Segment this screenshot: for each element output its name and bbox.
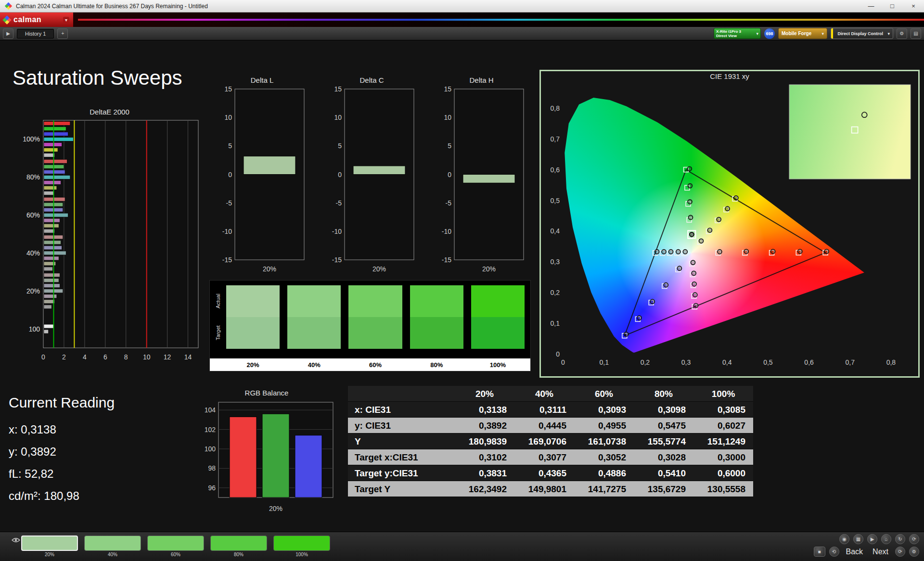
slide-thumbnail-label: 100% xyxy=(273,552,330,557)
panel-expand-button[interactable]: ▶ xyxy=(3,28,13,39)
swatch-column xyxy=(471,285,525,355)
cie-diagram: 000,10,10,20,20,30,30,40,40,50,50,60,60,… xyxy=(541,83,918,370)
source-button[interactable]: Mobile Forge ▾ xyxy=(778,28,827,39)
add-layout-button[interactable]: + xyxy=(57,28,68,39)
current-reading-fl: fL: 52,82 xyxy=(9,463,115,485)
grid-view-button[interactable]: ▦ xyxy=(853,534,863,544)
svg-text:-15: -15 xyxy=(442,256,451,264)
workspace: Saturation Sweeps DeltaE 2000 0246810121… xyxy=(0,40,924,532)
svg-text:98: 98 xyxy=(208,464,216,472)
minimize-button[interactable]: — xyxy=(860,0,882,12)
svg-text:40%: 40% xyxy=(26,249,40,257)
slide-thumbnails: 20% 40% 60% 80% 100% xyxy=(21,536,330,557)
slide-thumbnail-swatch xyxy=(210,536,267,551)
eye-icon xyxy=(12,536,20,545)
rgb-svg: 969810010210420% xyxy=(196,399,337,517)
display-control-stripe xyxy=(831,28,833,38)
gear-icon: ⚙ xyxy=(912,549,916,554)
window-controls: — □ × xyxy=(860,0,924,12)
meter-button-labels: X-Rite i1Pro 3 Direct View xyxy=(716,29,756,38)
slide-thumbnail-label: 20% xyxy=(21,552,78,557)
close-button[interactable]: × xyxy=(903,0,924,12)
forward-button[interactable]: ⟳ xyxy=(895,547,905,557)
workspace-button[interactable]: ▤ xyxy=(911,28,921,39)
svg-text:20%: 20% xyxy=(372,265,386,273)
svg-text:0: 0 xyxy=(338,171,342,178)
table-row-label: y: CIE31 xyxy=(348,418,455,433)
plus-icon: + xyxy=(61,31,64,36)
back-button[interactable]: Back xyxy=(843,548,866,556)
play-button[interactable]: ▶ xyxy=(867,534,877,544)
slide-thumbnail-20%[interactable]: 20% xyxy=(21,536,78,557)
tab-history[interactable]: History 1 xyxy=(17,29,54,38)
refresh-icon: ↻ xyxy=(898,536,902,542)
deltae-chart-title: DeltaE 2000 xyxy=(17,108,202,118)
meter-count-badge[interactable]: 698 xyxy=(764,28,775,39)
slide-thumbnail-100%[interactable]: 100% xyxy=(273,536,330,557)
svg-text:20%: 20% xyxy=(26,287,40,295)
table-row-label: Target Y xyxy=(348,481,455,497)
svg-text:14: 14 xyxy=(184,353,192,361)
delta-c-svg: -15-10-505101520% xyxy=(327,87,416,277)
chevron-down-icon[interactable]: ▾ xyxy=(63,17,69,23)
delta-h-chart: Delta H -15-10-505101520% xyxy=(437,76,526,277)
slide-settings-button[interactable]: ⚙ xyxy=(909,547,919,557)
loop-button[interactable]: ⟳ xyxy=(909,534,919,544)
slide-thumbnail-40%[interactable]: 40% xyxy=(84,536,141,557)
meter-button[interactable]: X-Rite i1Pro 3 Direct View ▾ xyxy=(714,28,761,39)
next-button[interactable]: Next xyxy=(870,548,891,556)
svg-text:0,6: 0,6 xyxy=(551,166,560,174)
table-cell: 0,5410 xyxy=(634,465,693,481)
svg-text:-15: -15 xyxy=(332,256,342,264)
stop-button[interactable]: ■ xyxy=(814,547,825,557)
target-swatch xyxy=(410,317,463,349)
display-control-button[interactable]: Direct Display Control ▾ xyxy=(831,28,893,39)
expand-icon: ▶ xyxy=(6,31,10,36)
cie-overlay: 000,10,10,20,20,30,30,40,40,50,50,60,60,… xyxy=(541,83,918,371)
meter-line2: Direct View xyxy=(716,34,756,38)
svg-text:0: 0 xyxy=(561,358,565,366)
target-swatch xyxy=(348,317,402,349)
current-reading-heading: Current Reading xyxy=(9,395,115,411)
play-icon: ▶ xyxy=(871,536,874,542)
chevron-down-icon: ▾ xyxy=(756,31,758,36)
chevron-down-icon: ▾ xyxy=(887,31,890,36)
swatch-row-labels: Actual Target xyxy=(213,285,223,349)
svg-text:0,1: 0,1 xyxy=(599,358,609,366)
delta-c-chart: Delta C -15-10-505101520% xyxy=(327,76,416,277)
capture-button[interactable]: ◉ xyxy=(839,534,849,544)
chevron-down-icon: ▾ xyxy=(821,31,824,36)
svg-text:15: 15 xyxy=(224,87,232,93)
delta-c-title: Delta C xyxy=(327,76,416,87)
table-cell: 0,3892 xyxy=(455,418,514,433)
maximize-button[interactable]: □ xyxy=(882,0,903,12)
svg-text:104: 104 xyxy=(205,406,216,414)
table-column-header: 80% xyxy=(634,386,693,401)
table-row: Y180,9839169,0706161,0738155,5774151,124… xyxy=(348,434,753,449)
table-cell: 0,4886 xyxy=(574,465,634,481)
display-control-label: Direct Display Control xyxy=(835,31,885,36)
home-button[interactable]: ⌂ xyxy=(881,534,891,544)
svg-text:20%: 20% xyxy=(263,265,276,273)
table-cell: 155,5774 xyxy=(634,434,693,449)
settings-button[interactable]: ⚙ xyxy=(897,28,907,39)
slide-thumbnail-80%[interactable]: 80% xyxy=(210,536,267,557)
svg-text:100: 100 xyxy=(29,325,40,333)
calman-logo[interactable]: calman ▾ xyxy=(0,13,73,27)
cie-title: CIE 1931 xy xyxy=(541,72,918,83)
calman-diamond-icon xyxy=(2,15,11,24)
table-cell: 0,3052 xyxy=(574,449,634,465)
refresh-button[interactable]: ↻ xyxy=(895,534,905,544)
svg-text:60%: 60% xyxy=(26,211,40,219)
page-title: Saturation Sweeps xyxy=(13,66,182,89)
slide-thumbnail-60%[interactable]: 60% xyxy=(147,536,204,557)
svg-text:0,2: 0,2 xyxy=(551,289,560,296)
meter-line1: X-Rite i1Pro 3 xyxy=(716,29,756,34)
svg-text:5: 5 xyxy=(228,142,232,150)
table-cell: 0,3028 xyxy=(634,449,693,465)
spectrum-strip xyxy=(78,19,924,21)
svg-text:-10: -10 xyxy=(222,228,232,235)
table-column-header: 100% xyxy=(693,386,753,401)
table-cell: 162,3492 xyxy=(455,481,514,497)
rewind-button[interactable]: ⟲ xyxy=(829,547,839,557)
